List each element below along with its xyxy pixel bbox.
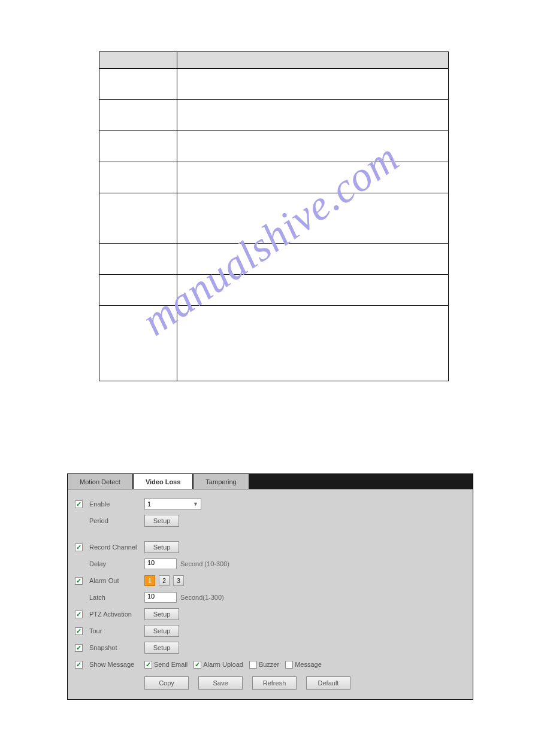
- default-button[interactable]: Default: [306, 676, 350, 690]
- period-setup-button[interactable]: Setup: [144, 515, 179, 527]
- latch-hint: Second(1-300): [180, 594, 224, 601]
- delay-input[interactable]: 10: [144, 558, 177, 569]
- channel-value: 1: [147, 500, 151, 508]
- period-label: Period: [89, 517, 144, 524]
- buzzer-checkbox[interactable]: [249, 661, 257, 669]
- alarm-out-1[interactable]: 1: [144, 575, 155, 586]
- parameter-table: [99, 51, 449, 381]
- snapshot-checkbox[interactable]: [75, 644, 83, 652]
- alarm-out-2[interactable]: 2: [159, 575, 170, 586]
- latch-input[interactable]: 10: [144, 592, 177, 603]
- tab-motion-detect[interactable]: Motion Detect: [68, 474, 132, 489]
- alarm-upload-checkbox[interactable]: [194, 661, 201, 669]
- ptz-label: PTZ Activation: [89, 611, 144, 618]
- alarm-upload-label: Alarm Upload: [203, 661, 243, 668]
- chevron-down-icon: ▼: [193, 501, 198, 507]
- th-function: [177, 52, 449, 69]
- latch-label: Latch: [89, 594, 144, 601]
- show-message-label: Show Message: [89, 661, 144, 668]
- record-channel-setup-button[interactable]: Setup: [144, 541, 179, 553]
- enable-checkbox[interactable]: [75, 500, 83, 508]
- tour-label: Tour: [89, 627, 144, 634]
- alarm-out-3[interactable]: 3: [173, 575, 184, 586]
- message-label: Message: [295, 661, 322, 668]
- message-checkbox[interactable]: [285, 661, 293, 669]
- snapshot-setup-button[interactable]: Setup: [144, 642, 179, 654]
- refresh-button[interactable]: Refresh: [252, 676, 297, 690]
- delay-label: Delay: [89, 560, 144, 567]
- channel-select[interactable]: 1 ▼: [144, 498, 201, 510]
- tour-checkbox[interactable]: [75, 627, 83, 635]
- enable-label: Enable: [89, 500, 144, 508]
- show-message-checkbox[interactable]: [75, 661, 83, 669]
- delay-hint: Second (10-300): [180, 560, 229, 567]
- tour-setup-button[interactable]: Setup: [144, 625, 179, 637]
- record-channel-checkbox[interactable]: [75, 544, 83, 551]
- ptz-checkbox[interactable]: [75, 611, 83, 618]
- tabs-bar: Motion Detect Video Loss Tampering: [68, 474, 473, 490]
- alarm-out-label: Alarm Out: [89, 577, 144, 584]
- send-email-checkbox[interactable]: [144, 661, 152, 669]
- ptz-setup-button[interactable]: Setup: [144, 608, 179, 620]
- tab-video-loss[interactable]: Video Loss: [134, 474, 192, 489]
- video-settings-panel: Motion Detect Video Loss Tampering Enabl…: [67, 473, 473, 700]
- send-email-label: Send Email: [154, 661, 188, 668]
- buzzer-label: Buzzer: [259, 661, 279, 668]
- th-parameter: [99, 52, 177, 69]
- copy-button[interactable]: Copy: [144, 676, 189, 690]
- tab-tampering[interactable]: Tampering: [194, 474, 248, 489]
- alarm-out-checkbox[interactable]: [75, 577, 83, 585]
- record-channel-label: Record Channel: [89, 544, 144, 551]
- save-button[interactable]: Save: [198, 676, 243, 690]
- snapshot-label: Snapshot: [89, 644, 144, 651]
